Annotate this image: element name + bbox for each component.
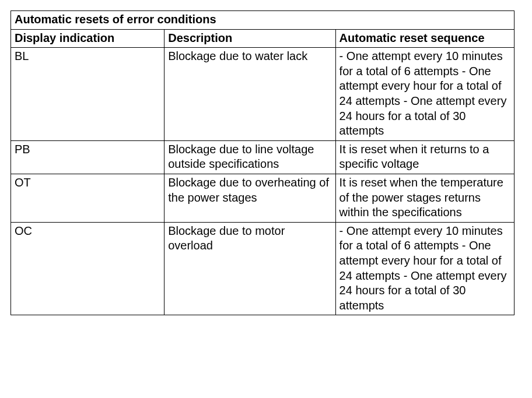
cell-reset: It is reset when it returns to a specifi… (335, 140, 514, 174)
table-row: OT Blockage due to overheating of the po… (11, 174, 514, 222)
cell-description: Blockage due to line voltage outside spe… (164, 140, 335, 174)
cell-reset: - One attempt every 10 minutes for a tot… (335, 48, 514, 141)
cell-description: Blockage due to water lack (164, 48, 335, 141)
error-reset-table: Automatic resets of error conditions Dis… (10, 10, 514, 315)
table-row: PB Blockage due to line voltage outside … (11, 140, 514, 174)
cell-reset: It is reset when the temperature of the … (335, 174, 514, 222)
cell-code: BL (11, 48, 164, 141)
table-row: BL Blockage due to water lack - One atte… (11, 48, 514, 141)
cell-code: OT (11, 174, 164, 222)
cell-description: Blockage due to overheating of the power… (164, 174, 335, 222)
table-title: Automatic resets of error conditions (11, 11, 514, 30)
cell-code: OC (11, 222, 164, 315)
table-row: OC Blockage due to motor overload - One … (11, 222, 514, 315)
cell-code: PB (11, 140, 164, 174)
col-header-description: Description (164, 29, 335, 48)
cell-reset: - One attempt every 10 minutes for a tot… (335, 222, 514, 315)
col-header-display-indication: Display indication (11, 29, 164, 48)
cell-description: Blockage due to motor overload (164, 222, 335, 315)
col-header-reset-sequence: Automatic reset sequence (335, 29, 514, 48)
